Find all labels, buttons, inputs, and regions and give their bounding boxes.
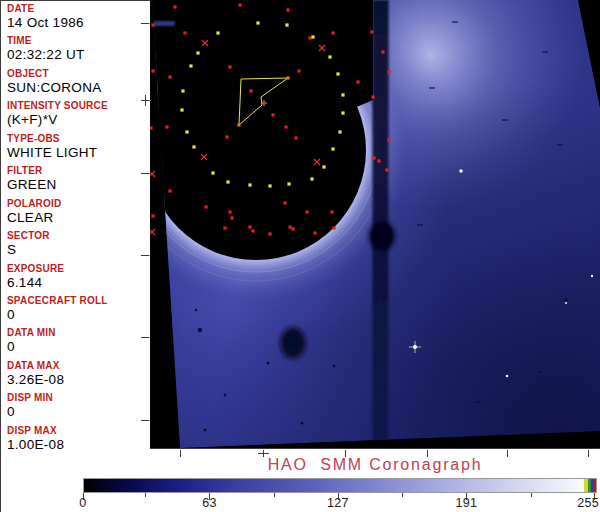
pylon-knob xyxy=(371,223,393,249)
field-value: 0 xyxy=(7,404,150,420)
field-label: FILTER xyxy=(7,165,150,176)
field-label: TIME xyxy=(7,35,150,46)
field-label: DATE xyxy=(7,3,150,14)
field-object: OBJECTSUN:CORONA xyxy=(7,68,150,100)
field-label: EXPOSURE xyxy=(7,263,150,274)
field-spacecraft-roll: SPACECRAFT ROLL0 xyxy=(7,295,150,327)
field-label: DISP MAX xyxy=(7,425,150,436)
field-label: DISP MIN xyxy=(7,392,150,403)
field-label: SPACECRAFT ROLL xyxy=(7,295,150,306)
intensity-colorbar xyxy=(83,478,597,493)
colorbar-tick-label-4: 255 xyxy=(577,496,599,510)
field-filter: FILTERGREEN xyxy=(7,165,150,197)
coronagraph-image-panel xyxy=(150,0,600,448)
field-data-min: DATA MIN0 xyxy=(7,327,150,359)
field-value: WHITE LIGHT xyxy=(7,145,150,161)
dust-blob xyxy=(285,333,301,353)
smm-cp-display-window: DATE14 Oct 1986 TIME02:32:22 UT OBJECTSU… xyxy=(0,0,600,512)
field-sector: SECTORS xyxy=(7,230,150,262)
field-value: 0 xyxy=(7,339,150,355)
field-intensity-source: INTENSITY SOURCE(K+F)*V xyxy=(7,100,150,132)
instrument-caption: HAO SMM Coronagraph xyxy=(150,456,600,474)
coronagraph-rendering xyxy=(150,0,600,448)
bottom-axis-line xyxy=(150,448,600,449)
field-value: 0 xyxy=(7,307,150,323)
colorbar-tick-label-0: 0 xyxy=(79,496,86,510)
field-value: (K+F)*V xyxy=(7,112,150,128)
metadata-sidebar: DATE14 Oct 1986 TIME02:32:22 UT OBJECTSU… xyxy=(0,0,150,455)
field-label: OBJECT xyxy=(7,68,150,79)
field-value: 1.00E-08 xyxy=(7,437,150,453)
field-data-max: DATA MAX3.26E-08 xyxy=(7,360,150,392)
exposure-frame xyxy=(150,0,600,448)
field-label: POLAROID xyxy=(7,198,150,209)
field-value: 3.26E-08 xyxy=(7,372,150,388)
field-disp-max: DISP MAX1.00E-08 xyxy=(7,425,150,457)
field-value: SUN:CORONA xyxy=(7,80,150,96)
field-label: DATA MIN xyxy=(7,327,150,338)
field-date: DATE14 Oct 1986 xyxy=(7,3,150,35)
field-time: TIME02:32:22 UT xyxy=(7,35,150,67)
field-label: SECTOR xyxy=(7,230,150,241)
field-value: 02:32:22 UT xyxy=(7,47,150,63)
field-value: 14 Oct 1986 xyxy=(7,15,150,31)
edge-smudge xyxy=(153,21,175,26)
field-value: 6.144 xyxy=(7,275,150,291)
field-exposure: EXPOSURE6.144 xyxy=(7,263,150,295)
colorbar-labels: 0 63 127 191 255 xyxy=(83,496,596,510)
field-label: INTENSITY SOURCE xyxy=(7,100,150,111)
colorbar-tick-label-3: 191 xyxy=(456,496,478,510)
colorbar-tick-label-2: 127 xyxy=(327,496,349,510)
field-label: DATA MAX xyxy=(7,360,150,371)
field-value: GREEN xyxy=(7,177,150,193)
field-type-obs: TYPE-OBSWHITE LIGHT xyxy=(7,133,150,165)
colorbar-tick-label-1: 63 xyxy=(202,496,217,510)
field-disp-min: DISP MIN0 xyxy=(7,392,150,424)
field-polaroid: POLAROIDCLEAR xyxy=(7,198,150,230)
field-value: S xyxy=(7,242,150,258)
field-value: CLEAR xyxy=(7,210,150,226)
field-label: TYPE-OBS xyxy=(7,133,150,144)
